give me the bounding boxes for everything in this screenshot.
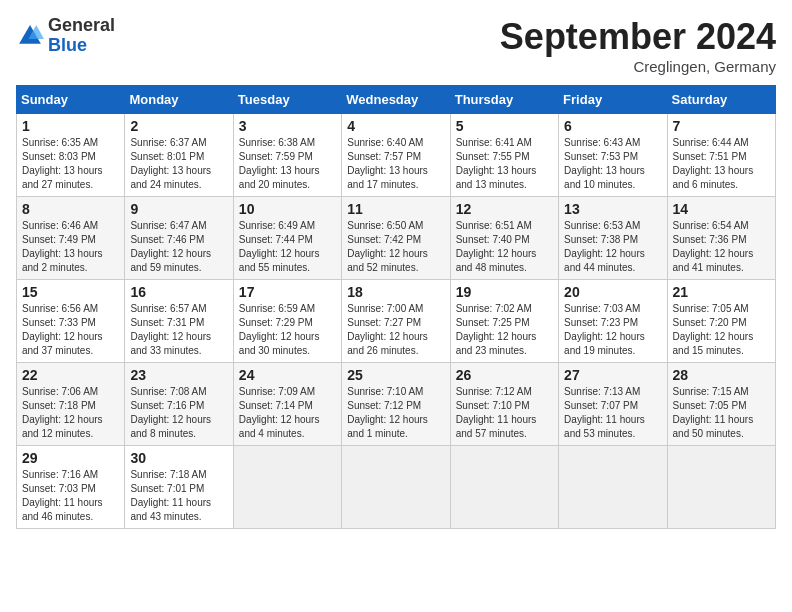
day-detail: Sunrise: 6:51 AMSunset: 7:40 PMDaylight:… — [456, 219, 553, 275]
day-number: 4 — [347, 118, 444, 134]
day-detail: Sunrise: 6:50 AMSunset: 7:42 PMDaylight:… — [347, 219, 444, 275]
calendar-cell: 6Sunrise: 6:43 AMSunset: 7:53 PMDaylight… — [559, 114, 667, 197]
day-detail: Sunrise: 6:49 AMSunset: 7:44 PMDaylight:… — [239, 219, 336, 275]
col-header-wednesday: Wednesday — [342, 86, 450, 114]
logo-blue: Blue — [48, 36, 115, 56]
calendar-cell: 8Sunrise: 6:46 AMSunset: 7:49 PMDaylight… — [17, 197, 125, 280]
day-detail: Sunrise: 6:35 AMSunset: 8:03 PMDaylight:… — [22, 136, 119, 192]
day-number: 28 — [673, 367, 770, 383]
day-detail: Sunrise: 7:15 AMSunset: 7:05 PMDaylight:… — [673, 385, 770, 441]
day-detail: Sunrise: 7:09 AMSunset: 7:14 PMDaylight:… — [239, 385, 336, 441]
day-detail: Sunrise: 7:13 AMSunset: 7:07 PMDaylight:… — [564, 385, 661, 441]
day-detail: Sunrise: 6:43 AMSunset: 7:53 PMDaylight:… — [564, 136, 661, 192]
month-title: September 2024 — [500, 16, 776, 58]
day-detail: Sunrise: 6:53 AMSunset: 7:38 PMDaylight:… — [564, 219, 661, 275]
calendar-week-1: 1Sunrise: 6:35 AMSunset: 8:03 PMDaylight… — [17, 114, 776, 197]
day-number: 9 — [130, 201, 227, 217]
day-number: 22 — [22, 367, 119, 383]
day-number: 24 — [239, 367, 336, 383]
logo-general: General — [48, 16, 115, 36]
calendar-cell: 2Sunrise: 6:37 AMSunset: 8:01 PMDaylight… — [125, 114, 233, 197]
day-detail: Sunrise: 6:38 AMSunset: 7:59 PMDaylight:… — [239, 136, 336, 192]
day-number: 8 — [22, 201, 119, 217]
title-area: September 2024 Creglingen, Germany — [500, 16, 776, 75]
calendar-cell: 13Sunrise: 6:53 AMSunset: 7:38 PMDayligh… — [559, 197, 667, 280]
calendar-cell: 4Sunrise: 6:40 AMSunset: 7:57 PMDaylight… — [342, 114, 450, 197]
calendar-cell — [233, 446, 341, 529]
day-number: 11 — [347, 201, 444, 217]
day-number: 23 — [130, 367, 227, 383]
calendar-cell: 5Sunrise: 6:41 AMSunset: 7:55 PMDaylight… — [450, 114, 558, 197]
col-header-sunday: Sunday — [17, 86, 125, 114]
day-number: 29 — [22, 450, 119, 466]
calendar-cell: 10Sunrise: 6:49 AMSunset: 7:44 PMDayligh… — [233, 197, 341, 280]
calendar-cell: 12Sunrise: 6:51 AMSunset: 7:40 PMDayligh… — [450, 197, 558, 280]
calendar-cell: 14Sunrise: 6:54 AMSunset: 7:36 PMDayligh… — [667, 197, 775, 280]
calendar-cell — [559, 446, 667, 529]
day-number: 10 — [239, 201, 336, 217]
calendar-week-5: 29Sunrise: 7:16 AMSunset: 7:03 PMDayligh… — [17, 446, 776, 529]
day-detail: Sunrise: 6:54 AMSunset: 7:36 PMDaylight:… — [673, 219, 770, 275]
col-header-tuesday: Tuesday — [233, 86, 341, 114]
calendar-cell: 3Sunrise: 6:38 AMSunset: 7:59 PMDaylight… — [233, 114, 341, 197]
day-detail: Sunrise: 6:44 AMSunset: 7:51 PMDaylight:… — [673, 136, 770, 192]
day-number: 13 — [564, 201, 661, 217]
calendar-cell: 23Sunrise: 7:08 AMSunset: 7:16 PMDayligh… — [125, 363, 233, 446]
day-detail: Sunrise: 7:03 AMSunset: 7:23 PMDaylight:… — [564, 302, 661, 358]
day-detail: Sunrise: 7:05 AMSunset: 7:20 PMDaylight:… — [673, 302, 770, 358]
day-detail: Sunrise: 6:37 AMSunset: 8:01 PMDaylight:… — [130, 136, 227, 192]
day-detail: Sunrise: 6:41 AMSunset: 7:55 PMDaylight:… — [456, 136, 553, 192]
col-header-friday: Friday — [559, 86, 667, 114]
day-number: 25 — [347, 367, 444, 383]
day-number: 27 — [564, 367, 661, 383]
day-number: 20 — [564, 284, 661, 300]
day-detail: Sunrise: 7:12 AMSunset: 7:10 PMDaylight:… — [456, 385, 553, 441]
calendar-cell: 24Sunrise: 7:09 AMSunset: 7:14 PMDayligh… — [233, 363, 341, 446]
calendar-cell — [667, 446, 775, 529]
calendar-cell: 20Sunrise: 7:03 AMSunset: 7:23 PMDayligh… — [559, 280, 667, 363]
day-number: 14 — [673, 201, 770, 217]
logo-icon — [16, 22, 44, 50]
header: General Blue September 2024 Creglingen, … — [16, 16, 776, 75]
calendar-week-3: 15Sunrise: 6:56 AMSunset: 7:33 PMDayligh… — [17, 280, 776, 363]
calendar-cell: 19Sunrise: 7:02 AMSunset: 7:25 PMDayligh… — [450, 280, 558, 363]
subtitle: Creglingen, Germany — [500, 58, 776, 75]
day-number: 30 — [130, 450, 227, 466]
calendar-cell: 28Sunrise: 7:15 AMSunset: 7:05 PMDayligh… — [667, 363, 775, 446]
calendar-cell: 18Sunrise: 7:00 AMSunset: 7:27 PMDayligh… — [342, 280, 450, 363]
day-number: 19 — [456, 284, 553, 300]
day-detail: Sunrise: 7:16 AMSunset: 7:03 PMDaylight:… — [22, 468, 119, 524]
col-header-monday: Monday — [125, 86, 233, 114]
day-number: 26 — [456, 367, 553, 383]
calendar-cell: 1Sunrise: 6:35 AMSunset: 8:03 PMDaylight… — [17, 114, 125, 197]
calendar-cell: 9Sunrise: 6:47 AMSunset: 7:46 PMDaylight… — [125, 197, 233, 280]
day-detail: Sunrise: 7:08 AMSunset: 7:16 PMDaylight:… — [130, 385, 227, 441]
day-detail: Sunrise: 6:56 AMSunset: 7:33 PMDaylight:… — [22, 302, 119, 358]
day-detail: Sunrise: 7:00 AMSunset: 7:27 PMDaylight:… — [347, 302, 444, 358]
calendar-cell: 11Sunrise: 6:50 AMSunset: 7:42 PMDayligh… — [342, 197, 450, 280]
logo: General Blue — [16, 16, 115, 56]
day-number: 17 — [239, 284, 336, 300]
day-detail: Sunrise: 6:46 AMSunset: 7:49 PMDaylight:… — [22, 219, 119, 275]
day-number: 7 — [673, 118, 770, 134]
day-number: 12 — [456, 201, 553, 217]
calendar-table: SundayMondayTuesdayWednesdayThursdayFrid… — [16, 85, 776, 529]
calendar-week-4: 22Sunrise: 7:06 AMSunset: 7:18 PMDayligh… — [17, 363, 776, 446]
calendar-cell: 26Sunrise: 7:12 AMSunset: 7:10 PMDayligh… — [450, 363, 558, 446]
day-number: 1 — [22, 118, 119, 134]
calendar-cell: 29Sunrise: 7:16 AMSunset: 7:03 PMDayligh… — [17, 446, 125, 529]
day-detail: Sunrise: 7:02 AMSunset: 7:25 PMDaylight:… — [456, 302, 553, 358]
day-detail: Sunrise: 6:59 AMSunset: 7:29 PMDaylight:… — [239, 302, 336, 358]
day-number: 3 — [239, 118, 336, 134]
day-number: 18 — [347, 284, 444, 300]
day-detail: Sunrise: 7:18 AMSunset: 7:01 PMDaylight:… — [130, 468, 227, 524]
day-number: 15 — [22, 284, 119, 300]
calendar-cell: 30Sunrise: 7:18 AMSunset: 7:01 PMDayligh… — [125, 446, 233, 529]
calendar-week-2: 8Sunrise: 6:46 AMSunset: 7:49 PMDaylight… — [17, 197, 776, 280]
day-number: 5 — [456, 118, 553, 134]
col-header-saturday: Saturday — [667, 86, 775, 114]
calendar-cell: 21Sunrise: 7:05 AMSunset: 7:20 PMDayligh… — [667, 280, 775, 363]
day-detail: Sunrise: 7:06 AMSunset: 7:18 PMDaylight:… — [22, 385, 119, 441]
calendar-cell — [450, 446, 558, 529]
col-header-thursday: Thursday — [450, 86, 558, 114]
